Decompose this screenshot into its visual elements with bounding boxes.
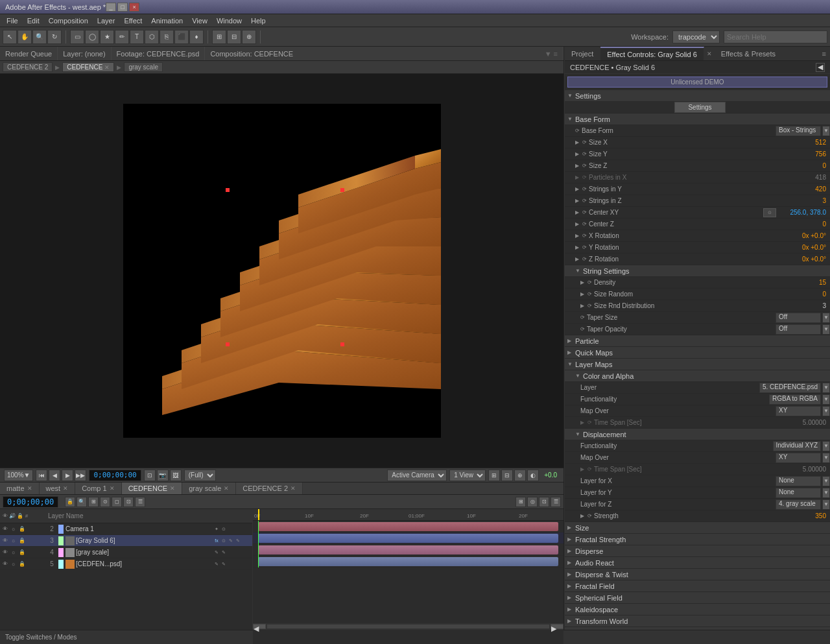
prop-functionality-disp-val[interactable]: Individual XYZ [773,441,821,451]
tool-eraser[interactable]: ⬛ [174,30,189,44]
section-size-header[interactable]: ▶ Size [565,522,830,534]
workspace-select[interactable]: trapcode [672,30,720,43]
layer-sw-2-1[interactable]: ✦ [213,526,220,532]
tl-tab-comp1[interactable]: Comp 1 ✕ [75,483,122,494]
prop-y-rotation-reset[interactable]: ⟳ [582,244,587,250]
panel-tab-effectcontrols-close[interactable]: ✕ [704,49,715,59]
tool-rect[interactable]: ▭ [70,30,84,44]
tool-text[interactable]: T [130,30,144,44]
prop-taper-opacity-reset[interactable]: ⟳ [580,326,585,332]
prop-strings-y-reset[interactable]: ⟳ [582,186,587,192]
prop-layer-z-val[interactable]: 4. gray scale [776,499,821,510]
prop-size-rnd-dist-reset[interactable]: ⟳ [587,303,592,309]
prop-size-random-expand[interactable]: ▶ [580,291,586,297]
zoom-control[interactable]: 100%▼ [4,470,33,481]
section-displacement-header[interactable]: ▼ Displacement [565,429,830,440]
section-color-alpha-header[interactable]: ▼ Color and Alpha [565,370,830,382]
track-row-5[interactable] [253,556,563,567]
track-bar-3[interactable] [258,534,558,543]
prop-base-form-val[interactable]: Box - Strings [776,126,821,136]
prop-size-z-expand[interactable]: ▶ [575,163,580,169]
menu-edit[interactable]: Edit [23,16,43,26]
snapshot-show[interactable]: 🖼 [170,470,182,481]
prop-taper-size-arrow[interactable]: ▼ [822,313,830,323]
track-bar-4[interactable] [258,545,558,555]
section-base-form-header[interactable]: ▼ Base Form [565,113,830,125]
tl-tab-grayscale[interactable]: gray scale ✕ [182,483,236,494]
tl-btn-2[interactable]: 🔍 [77,497,87,507]
quality-select[interactable]: (Full) [184,470,216,481]
layer-lock-2[interactable]: 🔒 [18,525,26,533]
tool-clone[interactable]: ⎘ [160,30,174,44]
maximize-btn[interactable]: □ [117,3,128,12]
menu-effect[interactable]: Effect [120,16,146,26]
prop-x-rotation-val[interactable]: 0x +0.0° [778,232,830,239]
prop-center-xy-icon[interactable]: ⊙ [763,208,776,217]
section-audio-react-header[interactable]: ▶ Audio React [565,557,830,569]
layer-solo-2[interactable]: ☼ [10,525,18,533]
tl-tab-matte-close[interactable]: ✕ [27,485,32,492]
prop-strings-y-val[interactable]: 420 [778,185,830,193]
menu-view[interactable]: View [188,16,211,26]
tool-zoom[interactable]: 🔍 [32,30,47,44]
track-bar-5[interactable] [258,557,558,566]
prop-x-rotation-reset[interactable]: ⟳ [582,233,587,239]
track-bar-2[interactable] [258,522,558,531]
section-particle-header[interactable]: ▶ Particle [565,335,830,347]
breadcrumb-cedfence2[interactable]: CEDFENCE 2 [3,62,53,72]
render-queue[interactable]: Render Queue [0,47,58,60]
tool-selection[interactable]: ↖ [3,30,17,44]
tl-btn-4[interactable]: ⊙ [100,497,110,507]
prop-base-form-reset[interactable]: ⟳ [575,128,580,134]
section-fractal-field-header[interactable]: ▶ Fractal Field [565,580,830,592]
prop-center-xy-reset[interactable]: ⟳ [582,209,587,215]
tool-hand[interactable]: ✋ [18,30,32,44]
overlay-btn[interactable]: ⊟ [501,470,513,481]
prop-center-z-val[interactable]: 0 [778,221,830,228]
layer-sw-5-2[interactable]: ✎ [220,561,227,567]
layer-sw-3-2[interactable]: ⊙ [220,538,227,544]
preview-btn[interactable]: ⊡ [144,470,156,481]
prop-x-rotation-expand[interactable]: ▶ [575,233,580,239]
panel-tab-project[interactable]: Project [565,47,600,60]
section-string-settings-header[interactable]: ▼ String Settings [565,265,830,277]
tl-tab-comp1-close[interactable]: ✕ [110,485,115,492]
go-to-start[interactable]: ⏮ [36,470,47,481]
prop-taper-opacity-arrow[interactable]: ▼ [822,324,830,335]
prop-size-y-expand[interactable]: ▶ [575,151,580,157]
layer-row-4[interactable]: 👁 ☼ 🔒 4 [gray scale] ✎ ✎ [0,547,252,558]
prop-functionality-disp-arrow[interactable]: ▼ [822,441,830,451]
prop-layer-x-val[interactable]: None [776,476,821,486]
tl-tab-cedfence2[interactable]: CEDFENCE 2 ✕ [236,483,303,494]
prop-density-val[interactable]: 15 [778,279,830,286]
grid-btn[interactable]: ⊞ [488,470,500,481]
section-transform-world-header[interactable]: ▶ Transform World [565,615,830,627]
exposure-btn[interactable]: ◐ [527,470,539,481]
close-btn[interactable]: × [129,3,139,12]
tl-scroll-right[interactable]: ▶ [551,624,563,629]
prop-map-over-disp-arrow[interactable]: ▼ [822,453,830,463]
prop-size-x-expand[interactable]: ▶ [575,139,580,145]
tool-pen[interactable]: ✏ [115,30,129,44]
prop-density-reset[interactable]: ⟳ [587,280,592,285]
prop-strings-z-val[interactable]: 3 [778,197,830,204]
prop-center-z-reset[interactable]: ⟳ [582,221,587,227]
prop-y-rotation-expand[interactable]: ▶ [575,244,580,250]
prop-center-xy-expand[interactable]: ▶ [575,209,580,215]
prop-strength-val[interactable]: 350 [778,512,830,519]
prop-strings-z-reset[interactable]: ⟳ [582,198,587,204]
prop-size-x-reset[interactable]: ⟳ [582,139,587,145]
tl-tab-west[interactable]: west ✕ [40,483,76,494]
tl-right-btn-2[interactable]: ◎ [527,497,538,507]
section-spherical-field-header[interactable]: ▶ Spherical Field [565,592,830,604]
tl-right-btn-4[interactable]: ☰ [551,497,561,507]
layer-row-2[interactable]: 👁 ☼ 🔒 2 Camera 1 ✦ ⊙ [0,523,252,535]
menu-animation[interactable]: Animation [147,16,187,26]
layer-sw-5-1[interactable]: ✎ [213,561,220,567]
breadcrumb-grayscale[interactable]: gray scale [124,62,163,72]
prop-size-rnd-dist-expand[interactable]: ▶ [580,303,586,309]
track-row-4[interactable] [253,544,563,556]
layer-vis-4[interactable]: 👁 [1,549,9,556]
panel-menu[interactable]: ≡ [818,50,830,58]
prop-layer-z-arrow[interactable]: ▼ [822,499,830,510]
